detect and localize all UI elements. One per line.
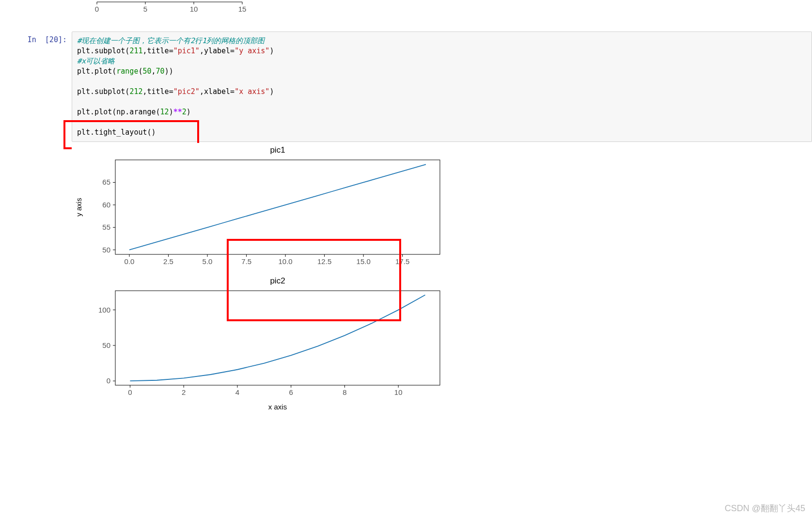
- svg-text:8: 8: [343, 388, 346, 396]
- prompt-in: In: [28, 35, 36, 44]
- chart-title-1: pic1: [270, 145, 285, 155]
- svg-text:4: 4: [235, 388, 239, 396]
- svg-text:100: 100: [98, 306, 110, 314]
- code-input-area[interactable]: #现在创建一个子图，它表示一个有2行1列的网格的顶部图 plt.subplot(…: [72, 31, 812, 142]
- svg-text:0: 0: [107, 376, 110, 385]
- svg-text:50: 50: [102, 246, 110, 254]
- previous-plot-axis-fragment: 051015: [78, 0, 812, 15]
- code-source[interactable]: #现在创建一个子图，它表示一个有2行1列的网格的顶部图 plt.subplot(…: [77, 36, 807, 138]
- chart-title-2: pic2: [270, 276, 285, 285]
- svg-text:5.0: 5.0: [203, 257, 213, 266]
- series-line-1: [129, 164, 426, 250]
- svg-text:60: 60: [102, 201, 110, 209]
- svg-text:55: 55: [102, 223, 110, 231]
- svg-text:15.0: 15.0: [357, 257, 371, 266]
- cell-prompt: In [20]:: [0, 31, 72, 142]
- svg-text:15: 15: [238, 5, 247, 13]
- svg-rect-34: [115, 291, 440, 385]
- svg-text:12.5: 12.5: [317, 257, 331, 266]
- svg-text:0: 0: [95, 5, 99, 13]
- svg-text:0.0: 0.0: [125, 257, 135, 266]
- svg-text:65: 65: [102, 178, 110, 186]
- y-axis-label: y axis: [75, 198, 83, 216]
- svg-text:17.5: 17.5: [395, 257, 409, 266]
- svg-text:10.0: 10.0: [279, 257, 293, 266]
- svg-text:50: 50: [102, 341, 110, 349]
- cell-output: pic1y axis0.02.55.07.510.012.515.017.550…: [72, 143, 812, 419]
- series-line-2: [130, 295, 425, 381]
- figure: pic1y axis0.02.55.07.510.012.515.017.550…: [72, 143, 450, 419]
- x-axis-label: x axis: [268, 403, 287, 411]
- svg-text:2.5: 2.5: [163, 257, 173, 266]
- svg-text:10: 10: [190, 5, 198, 13]
- prompt-number: [20]:: [45, 35, 67, 44]
- code-cell: In [20]: #现在创建一个子图，它表示一个有2行1列的网格的顶部图 plt…: [0, 31, 812, 142]
- svg-text:7.5: 7.5: [241, 257, 251, 266]
- svg-text:0: 0: [128, 388, 132, 396]
- svg-text:10: 10: [394, 388, 403, 396]
- svg-text:5: 5: [143, 5, 147, 13]
- svg-text:6: 6: [289, 388, 293, 396]
- svg-text:2: 2: [182, 388, 186, 396]
